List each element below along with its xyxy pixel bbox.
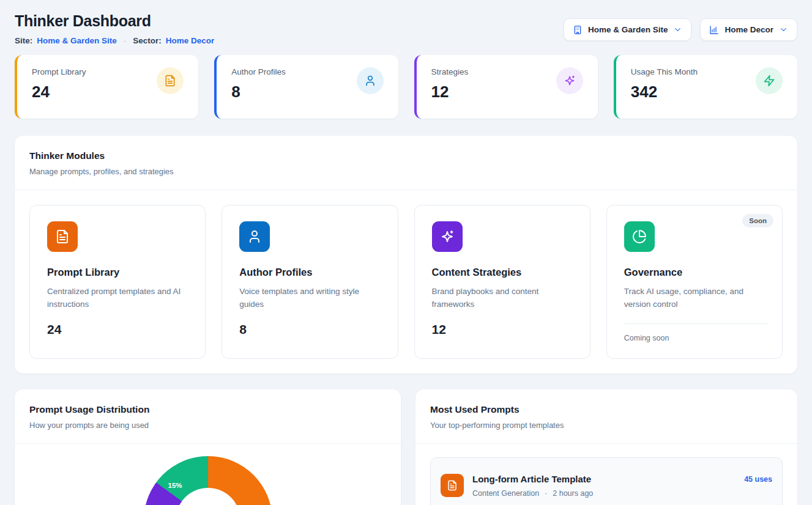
stat-text: Prompt Library 24 bbox=[32, 67, 86, 108]
stat-card-prompt-library: Prompt Library 24 bbox=[15, 55, 198, 119]
module-title: Governance bbox=[624, 267, 767, 278]
stat-value: 12 bbox=[431, 83, 469, 101]
stat-card-usage: Usage This Month 342 bbox=[614, 55, 797, 119]
most-used-prompts-card: Most Used Prompts Your top-performing pr… bbox=[415, 389, 797, 505]
module-description: Brand playbooks and content frameworks bbox=[432, 286, 575, 311]
most-used-header: Most Used Prompts Your top-performing pr… bbox=[415, 389, 797, 444]
site-link[interactable]: Home & Garden Site bbox=[37, 36, 117, 45]
module-title: Prompt Library bbox=[47, 267, 190, 278]
modules-grid: Prompt Library Centralized prompt templa… bbox=[15, 190, 797, 374]
prompt-meta: Content Generation · 2 hours ago bbox=[472, 489, 736, 498]
meta-separator: · bbox=[545, 489, 547, 498]
stat-value: 342 bbox=[631, 83, 698, 101]
stat-card-author-profiles: Author Profiles 8 bbox=[214, 55, 398, 119]
coming-soon-label: Coming soon bbox=[624, 334, 767, 342]
modules-subtitle: Manage prompts, profiles, and strategies bbox=[29, 167, 783, 176]
module-description: Track AI usage, compliance, and version … bbox=[624, 286, 767, 311]
most-used-subtitle: Your top-performing prompt templates bbox=[430, 421, 783, 430]
module-card-governance[interactable]: Soon Governance Track AI usage, complian… bbox=[606, 205, 783, 359]
prompt-list-item[interactable]: Long-form Article Template Content Gener… bbox=[430, 457, 783, 505]
sparkles-icon bbox=[556, 67, 583, 94]
module-count: 12 bbox=[432, 322, 575, 337]
modules-title: Thinker Modules bbox=[29, 150, 783, 161]
prompt-title: Long-form Article Template bbox=[472, 474, 736, 484]
user-icon bbox=[357, 67, 384, 94]
sector-label: Sector: bbox=[133, 36, 162, 45]
topbar: Thinker Dashboard Site: Home & Garden Si… bbox=[15, 11, 797, 45]
module-description: Centralized prompt templates and AI inst… bbox=[47, 286, 190, 311]
module-card-author-profiles[interactable]: Author Profiles Voice templates and writ… bbox=[222, 205, 398, 359]
chevron-down-icon bbox=[779, 25, 788, 34]
donut-chart: 15% bbox=[144, 456, 272, 505]
site-selector-dropdown[interactable]: Home & Garden Site bbox=[564, 18, 692, 41]
header-left: Thinker Dashboard Site: Home & Garden Si… bbox=[15, 11, 214, 45]
stat-label: Usage This Month bbox=[631, 67, 698, 76]
module-title: Author Profiles bbox=[239, 267, 382, 278]
prompt-usage-card: Prompt Usage Distribution How your promp… bbox=[15, 389, 401, 505]
modules-header: Thinker Modules Manage prompts, profiles… bbox=[15, 136, 797, 190]
stat-text: Author Profiles 8 bbox=[231, 67, 286, 108]
site-selector-label: Home & Garden Site bbox=[588, 25, 668, 34]
sector-selector-label: Home Decor bbox=[724, 25, 773, 34]
module-card-content-strategies[interactable]: Content Strategies Brand playbooks and c… bbox=[414, 205, 590, 359]
building-icon bbox=[573, 25, 583, 35]
stat-text: Usage This Month 342 bbox=[631, 67, 698, 108]
bolt-icon bbox=[756, 67, 783, 94]
module-count: 24 bbox=[47, 322, 190, 337]
page-title: Thinker Dashboard bbox=[15, 12, 214, 30]
meta-separator: · bbox=[124, 36, 127, 45]
header-selectors: Home & Garden Site Home Decor bbox=[564, 18, 797, 41]
prompt-uses-badge: 45 uses bbox=[744, 475, 772, 484]
module-count: 8 bbox=[239, 322, 382, 337]
document-icon bbox=[441, 474, 464, 497]
stat-label: Prompt Library bbox=[32, 67, 86, 76]
module-description: Voice templates and writing style guides bbox=[239, 286, 382, 311]
stat-card-strategies: Strategies 12 bbox=[414, 55, 598, 119]
module-card-prompt-library[interactable]: Prompt Library Centralized prompt templa… bbox=[29, 205, 206, 359]
stats-row: Prompt Library 24 Author Profiles 8 Stra… bbox=[15, 55, 797, 119]
breadcrumb: Site: Home & Garden Site · Sector: Home … bbox=[15, 36, 214, 45]
pie-chart-icon bbox=[624, 221, 655, 252]
usage-title: Prompt Usage Distribution bbox=[29, 404, 386, 415]
chart-area: 15% bbox=[15, 444, 401, 505]
donut-segment-label: 15% bbox=[168, 482, 182, 489]
soon-badge: Soon bbox=[742, 214, 773, 227]
stat-text: Strategies 12 bbox=[431, 67, 469, 108]
chevron-down-icon bbox=[673, 25, 682, 34]
thinker-modules-panel: Thinker Modules Manage prompts, profiles… bbox=[15, 136, 797, 374]
site-label: Site: bbox=[15, 36, 32, 45]
usage-subtitle: How your prompts are being used bbox=[29, 421, 386, 430]
stat-label: Author Profiles bbox=[231, 67, 286, 76]
sector-link[interactable]: Home Decor bbox=[166, 36, 215, 45]
document-icon bbox=[47, 221, 78, 252]
prompt-time: 2 hours ago bbox=[553, 489, 593, 498]
stat-label: Strategies bbox=[431, 67, 469, 76]
module-divider bbox=[624, 323, 767, 324]
most-used-title: Most Used Prompts bbox=[430, 404, 783, 415]
prompt-category: Content Generation bbox=[472, 489, 539, 498]
user-icon bbox=[239, 221, 270, 252]
module-title: Content Strategies bbox=[432, 267, 575, 278]
prompt-info: Long-form Article Template Content Gener… bbox=[472, 474, 736, 498]
stat-value: 8 bbox=[231, 83, 286, 101]
bottom-row: Prompt Usage Distribution How your promp… bbox=[15, 389, 797, 505]
dashboard-page: Thinker Dashboard Site: Home & Garden Si… bbox=[0, 0, 812, 505]
stat-value: 24 bbox=[32, 83, 86, 101]
usage-header: Prompt Usage Distribution How your promp… bbox=[15, 389, 401, 444]
sparkles-icon bbox=[432, 221, 463, 252]
bar-chart-icon bbox=[709, 25, 719, 35]
document-icon bbox=[157, 67, 184, 94]
sector-selector-dropdown[interactable]: Home Decor bbox=[700, 18, 797, 41]
